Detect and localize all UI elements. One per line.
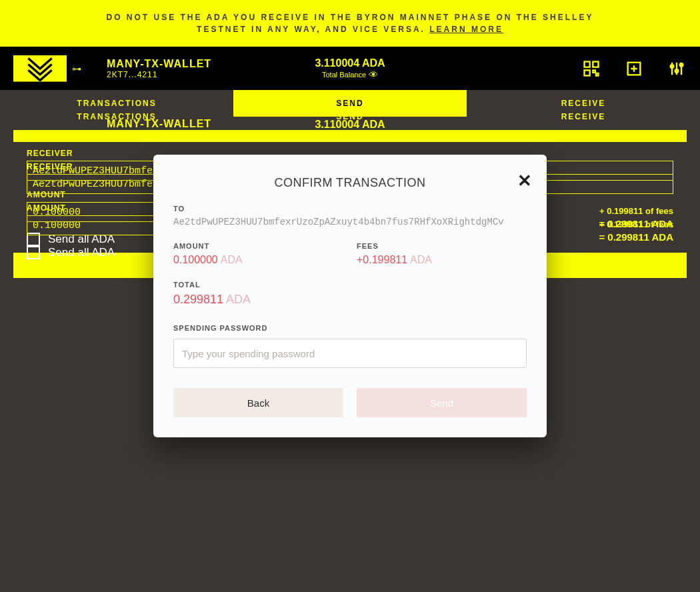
close-icon[interactable]: ✕ (517, 171, 532, 191)
back-button[interactable]: Back (173, 388, 343, 417)
modal-total-label: TOTAL (173, 281, 527, 289)
modal-fees-label: FEES (357, 242, 527, 250)
send-button[interactable]: Send (357, 388, 527, 417)
modal-fees-value: +0.199811ADA (357, 254, 527, 266)
modal-overlay: ✕ CONFIRM TRANSACTION TO Ae2tdPwUPEZ3HUU… (0, 0, 700, 592)
confirm-transaction-modal: ✕ CONFIRM TRANSACTION TO Ae2tdPwUPEZ3HUU… (153, 155, 547, 437)
to-label: TO (173, 205, 527, 213)
to-address: Ae2tdPwUPEZ3HUU7bmfexrUzoZpAZxuyt4b4bn7f… (173, 217, 527, 227)
spending-password-input[interactable] (173, 339, 527, 368)
spending-password-label: SPENDING PASSWORD (173, 324, 527, 332)
modal-amount-label: AMOUNT (173, 242, 343, 250)
modal-amount-value: 0.100000ADA (173, 254, 343, 266)
modal-total-value: 0.299811ADA (173, 293, 527, 307)
modal-title: CONFIRM TRANSACTION (173, 176, 527, 190)
